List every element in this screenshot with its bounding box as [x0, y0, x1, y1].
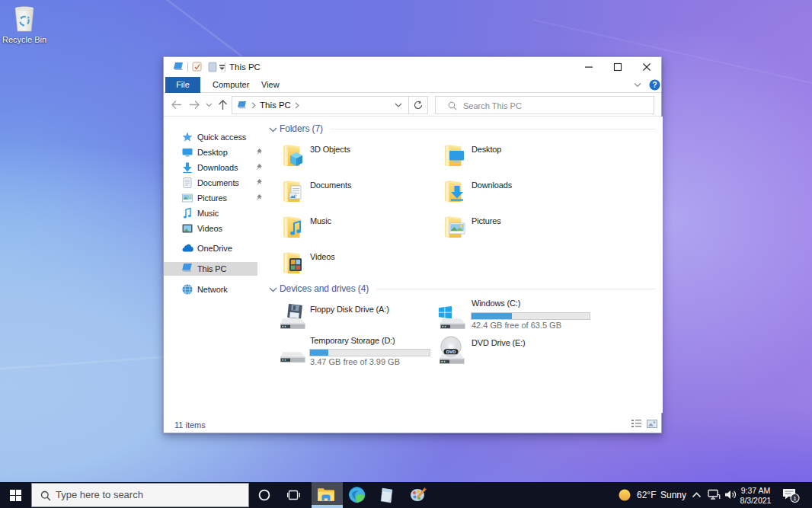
svg-text:1: 1	[793, 495, 797, 502]
svg-text:DVD: DVD	[446, 350, 456, 354]
svg-text:?: ?	[652, 81, 657, 89]
